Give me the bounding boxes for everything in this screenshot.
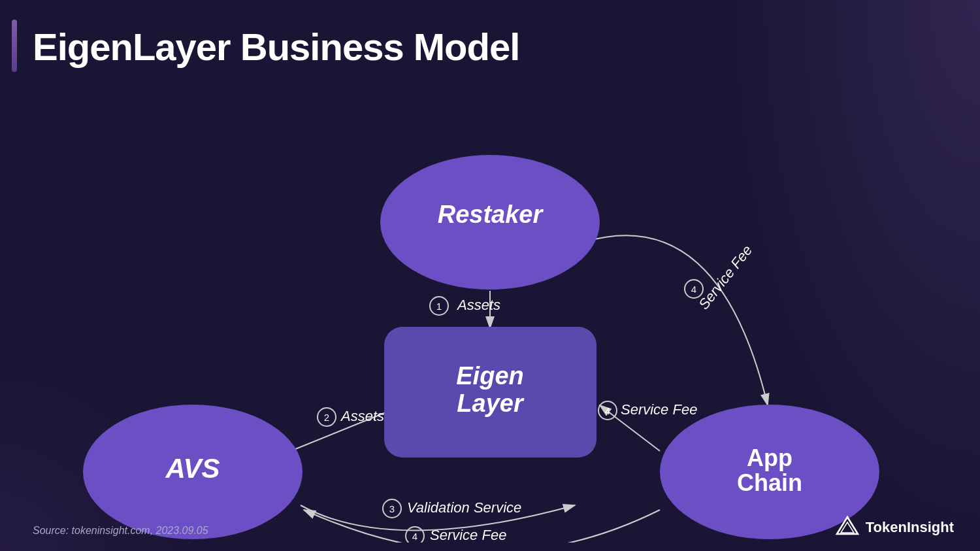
svg-text:4: 4 [412, 531, 417, 542]
svg-marker-33 [837, 517, 858, 534]
tokeninsight-logo-icon [836, 516, 859, 539]
svg-text:3: 3 [389, 503, 395, 514]
svg-text:Service Fee: Service Fee [621, 401, 697, 418]
svg-text:4: 4 [691, 284, 696, 295]
diagram: Restaker Eigen Layer AVS App Chain 1 Ass… [0, 85, 980, 543]
svg-text:AVS: AVS [165, 453, 220, 484]
svg-text:Validation Service: Validation Service [407, 499, 521, 516]
svg-text:Assets: Assets [456, 297, 500, 313]
svg-text:Restaker: Restaker [438, 201, 544, 228]
logo-area: TokenInsight [836, 516, 954, 539]
svg-text:Eigen: Eigen [456, 362, 523, 390]
svg-text:Assets: Assets [340, 408, 384, 424]
svg-text:App: App [747, 444, 792, 471]
page-title: EigenLayer Business Model [33, 25, 519, 69]
logo-text: TokenInsight [866, 519, 954, 536]
svg-text:4: 4 [605, 405, 610, 416]
svg-text:Layer: Layer [457, 390, 525, 417]
left-accent-bar [12, 20, 17, 72]
svg-text:Chain: Chain [737, 469, 802, 496]
svg-text:2: 2 [324, 412, 329, 423]
svg-text:1: 1 [436, 301, 442, 312]
source-text: Source: tokeninsight.com, 2023.09.05 [33, 525, 208, 537]
svg-text:Service Fee: Service Fee [695, 242, 755, 312]
